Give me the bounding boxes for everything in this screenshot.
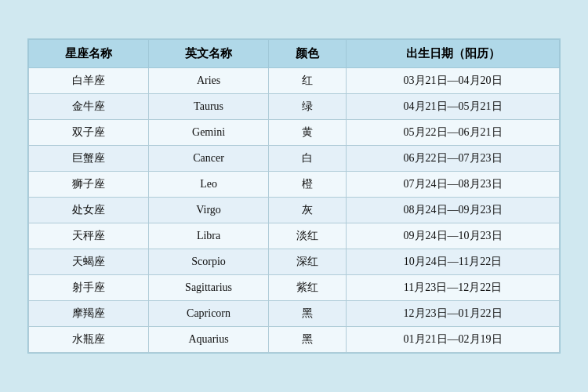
- cell-chinese-name: 狮子座: [29, 172, 149, 198]
- cell-chinese-name: 天蝎座: [29, 249, 149, 275]
- zodiac-table: 星座名称 英文名称 颜色 出生日期（阳历） 白羊座Aries红03月21日—04…: [28, 39, 560, 353]
- table-row: 狮子座Leo橙07月24日—08月23日: [29, 172, 560, 198]
- cell-color: 黑: [269, 301, 347, 327]
- cell-dates: 10月24日—11月22日: [347, 249, 560, 275]
- table-row: 天秤座Libra淡红09月24日—10月23日: [29, 223, 560, 249]
- cell-english-name: Sagittarius: [149, 275, 269, 301]
- zodiac-table-container: 星座名称 英文名称 颜色 出生日期（阳历） 白羊座Aries红03月21日—04…: [27, 38, 561, 354]
- cell-english-name: Libra: [149, 223, 269, 249]
- cell-color: 淡红: [269, 223, 347, 249]
- cell-dates: 05月22日—06月21日: [347, 120, 560, 146]
- cell-english-name: Taurus: [149, 94, 269, 120]
- table-row: 双子座Gemini黄05月22日—06月21日: [29, 120, 560, 146]
- table-row: 处女座Virgo灰08月24日—09月23日: [29, 198, 560, 223]
- cell-chinese-name: 射手座: [29, 275, 149, 301]
- table-row: 白羊座Aries红03月21日—04月20日: [29, 68, 560, 94]
- header-color: 颜色: [269, 40, 347, 68]
- cell-color: 红: [269, 68, 347, 94]
- table-row: 水瓶座Aquarius黑01月21日—02月19日: [29, 327, 560, 353]
- cell-chinese-name: 巨蟹座: [29, 146, 149, 172]
- cell-english-name: Scorpio: [149, 249, 269, 275]
- cell-english-name: Virgo: [149, 198, 269, 223]
- cell-color: 黑: [269, 327, 347, 353]
- cell-english-name: Leo: [149, 172, 269, 198]
- cell-dates: 04月21日—05月21日: [347, 94, 560, 120]
- cell-english-name: Cancer: [149, 146, 269, 172]
- cell-chinese-name: 处女座: [29, 198, 149, 223]
- table-header-row: 星座名称 英文名称 颜色 出生日期（阳历）: [29, 40, 560, 68]
- cell-dates: 09月24日—10月23日: [347, 223, 560, 249]
- table-row: 金牛座Taurus绿04月21日—05月21日: [29, 94, 560, 120]
- cell-english-name: Gemini: [149, 120, 269, 146]
- cell-color: 橙: [269, 172, 347, 198]
- cell-chinese-name: 白羊座: [29, 68, 149, 94]
- cell-dates: 08月24日—09月23日: [347, 198, 560, 223]
- cell-dates: 06月22日—07月23日: [347, 146, 560, 172]
- cell-dates: 01月21日—02月19日: [347, 327, 560, 353]
- cell-dates: 03月21日—04月20日: [347, 68, 560, 94]
- cell-chinese-name: 双子座: [29, 120, 149, 146]
- cell-english-name: Aquarius: [149, 327, 269, 353]
- cell-dates: 07月24日—08月23日: [347, 172, 560, 198]
- cell-english-name: Aries: [149, 68, 269, 94]
- table-row: 天蝎座Scorpio深红10月24日—11月22日: [29, 249, 560, 275]
- table-body: 白羊座Aries红03月21日—04月20日金牛座Taurus绿04月21日—0…: [29, 68, 560, 353]
- header-chinese-name: 星座名称: [29, 40, 149, 68]
- header-dates: 出生日期（阳历）: [347, 40, 560, 68]
- cell-chinese-name: 水瓶座: [29, 327, 149, 353]
- cell-color: 绿: [269, 94, 347, 120]
- cell-dates: 11月23日—12月22日: [347, 275, 560, 301]
- table-row: 巨蟹座Cancer白06月22日—07月23日: [29, 146, 560, 172]
- cell-color: 灰: [269, 198, 347, 223]
- cell-chinese-name: 摩羯座: [29, 301, 149, 327]
- cell-color: 深红: [269, 249, 347, 275]
- cell-english-name: Capricorn: [149, 301, 269, 327]
- cell-color: 紫红: [269, 275, 347, 301]
- cell-chinese-name: 天秤座: [29, 223, 149, 249]
- header-english-name: 英文名称: [149, 40, 269, 68]
- cell-color: 白: [269, 146, 347, 172]
- cell-chinese-name: 金牛座: [29, 94, 149, 120]
- table-row: 射手座Sagittarius紫红11月23日—12月22日: [29, 275, 560, 301]
- table-row: 摩羯座Capricorn黑12月23日—01月22日: [29, 301, 560, 327]
- cell-color: 黄: [269, 120, 347, 146]
- cell-dates: 12月23日—01月22日: [347, 301, 560, 327]
